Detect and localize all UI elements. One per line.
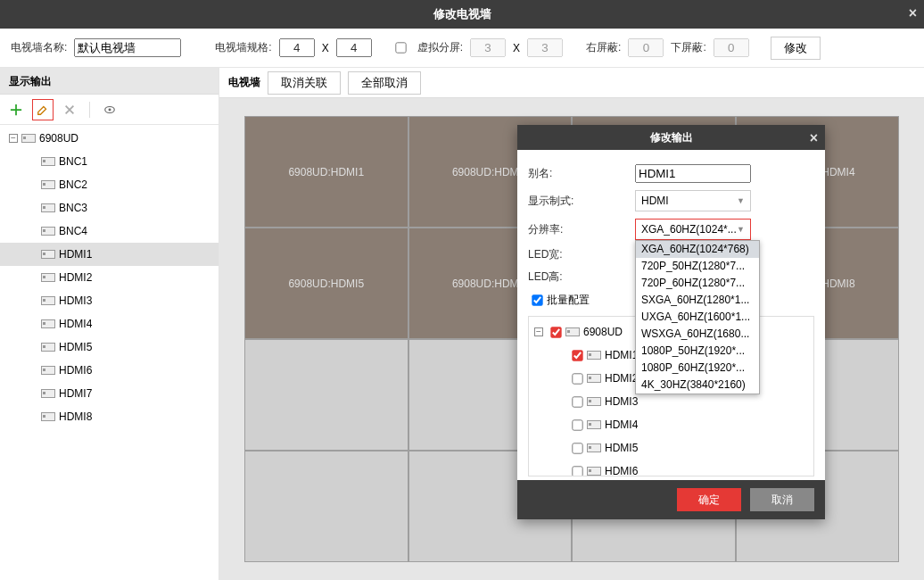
tv-wall-label: 电视墙: [228, 75, 260, 90]
spec-label: 电视墙规格:: [215, 40, 271, 55]
dropdown-option[interactable]: 4K_30HZ(3840*2160): [636, 377, 759, 394]
alias-input[interactable]: [635, 164, 751, 183]
dropdown-option[interactable]: 720P_60HZ(1280*7...: [636, 275, 759, 292]
tree-output-node[interactable]: HDMI7: [0, 382, 219, 405]
tree-output-node[interactable]: HDMI1: [0, 243, 219, 266]
batch-output-checkbox[interactable]: [572, 396, 582, 407]
virt-rows-input[interactable]: [527, 38, 563, 57]
batch-output-checkbox[interactable]: [572, 466, 582, 476]
dropdown-option[interactable]: UXGA_60HZ(1600*1...: [636, 309, 759, 326]
name-label: 电视墙名称:: [11, 40, 67, 55]
resolution-select[interactable]: XGA_60HZ(1024*... ▼: [635, 219, 751, 240]
add-button[interactable]: [5, 99, 27, 120]
dropdown-option[interactable]: 1080P_60HZ(1920*...: [636, 360, 759, 377]
spec-rows-input[interactable]: [336, 38, 372, 57]
batch-output-checkbox[interactable]: [572, 350, 582, 360]
cancel-link-button[interactable]: 取消关联: [268, 71, 341, 95]
svg-point-1: [109, 108, 111, 111]
resolution-label: 分辨率:: [528, 222, 635, 237]
batch-config-checkbox[interactable]: [532, 294, 542, 305]
format-value: HDMI: [641, 195, 669, 207]
ok-button[interactable]: 确定: [677, 488, 741, 511]
batch-config-label: 批量配置: [547, 293, 590, 308]
form-row: 电视墙名称: 电视墙规格: X 虚拟分屏: X 右屏蔽: 下屏蔽: 修改: [0, 29, 924, 68]
times-label-2: X: [513, 42, 520, 54]
tree-output-node[interactable]: BNC1: [0, 150, 219, 173]
alias-label: 别名:: [528, 166, 635, 181]
close-icon[interactable]: ×: [909, 5, 917, 21]
times-label: X: [322, 42, 329, 54]
batch-output-node[interactable]: HDMI4: [529, 413, 813, 436]
batch-output-checkbox[interactable]: [572, 419, 582, 430]
tree-output-node[interactable]: HDMI8: [0, 405, 219, 428]
virtual-split-checkbox[interactable]: [395, 42, 406, 53]
chevron-down-icon: ▼: [737, 196, 745, 205]
virt-cols-input[interactable]: [470, 38, 506, 57]
edit-button[interactable]: [32, 99, 54, 120]
window-titlebar: 修改电视墙 ×: [0, 0, 924, 29]
tree-output-node[interactable]: HDMI4: [0, 312, 219, 336]
delete-button[interactable]: [59, 99, 80, 120]
wall-cell[interactable]: [244, 451, 408, 562]
chevron-down-icon: ▼: [737, 225, 745, 234]
batch-output-checkbox[interactable]: [572, 373, 582, 384]
batch-device-checkbox[interactable]: [550, 327, 561, 337]
tree-output-node[interactable]: HDMI3: [0, 289, 219, 312]
dropdown-option[interactable]: 1080P_50HZ(1920*...: [636, 343, 759, 360]
led-height-label: LED高:: [528, 269, 635, 285]
resolution-value: XGA_60HZ(1024*...: [641, 223, 737, 236]
led-width-label: LED宽:: [528, 247, 635, 262]
dropdown-option[interactable]: SXGA_60HZ(1280*1...: [636, 292, 759, 309]
down-mask-label: 下屏蔽:: [671, 40, 705, 55]
preview-button[interactable]: [99, 99, 120, 120]
dropdown-option[interactable]: 720P_50HZ(1280*7...: [636, 258, 759, 275]
wall-cell[interactable]: [244, 339, 408, 451]
cancel-all-button[interactable]: 全部取消: [348, 71, 421, 95]
dropdown-option[interactable]: XGA_60HZ(1024*768): [636, 241, 759, 258]
modify-output-dialog: 修改输出 × 别名: 显示制式: HDMI ▼ 分辨率:: [517, 125, 825, 519]
tree-output-node[interactable]: HDMI6: [0, 359, 219, 382]
down-mask-input[interactable]: [714, 38, 749, 57]
right-mask-label: 右屏蔽:: [586, 40, 621, 55]
dialog-close-icon[interactable]: ×: [810, 130, 818, 146]
cancel-button[interactable]: 取消: [750, 488, 814, 511]
wall-cell[interactable]: 6908UD:HDMI5: [244, 228, 408, 339]
format-label: 显示制式:: [528, 194, 635, 209]
batch-output-node[interactable]: HDMI5: [529, 436, 813, 460]
tree-output-node[interactable]: BNC3: [0, 196, 219, 220]
batch-output-node[interactable]: HDMI6: [529, 460, 813, 476]
wall-name-input[interactable]: [74, 38, 181, 57]
format-select[interactable]: HDMI ▼: [635, 190, 751, 211]
resolution-dropdown[interactable]: XGA_60HZ(1024*768)720P_50HZ(1280*7...720…: [635, 240, 760, 394]
window-title: 修改电视墙: [433, 6, 491, 22]
tree-output-node[interactable]: HDMI2: [0, 266, 219, 289]
modify-button[interactable]: 修改: [771, 37, 821, 60]
dialog-title: 修改输出: [650, 130, 693, 145]
wall-cell[interactable]: 6908UD:HDMI1: [244, 116, 408, 228]
batch-output-checkbox[interactable]: [572, 443, 582, 453]
tree-output-node[interactable]: BNC4: [0, 220, 219, 243]
right-mask-input[interactable]: [628, 38, 664, 57]
tree-output-node[interactable]: HDMI5: [0, 336, 219, 359]
separator: [89, 102, 90, 118]
dropdown-option[interactable]: WSXGA_60HZ(1680...: [636, 326, 759, 343]
tree-device-node[interactable]: −6908UD: [0, 127, 219, 150]
spec-cols-input[interactable]: [279, 38, 315, 57]
virtual-split-label: 虚拟分屏:: [417, 40, 463, 55]
tree-output-node[interactable]: BNC2: [0, 173, 219, 196]
left-panel-title: 显示输出: [0, 68, 219, 95]
